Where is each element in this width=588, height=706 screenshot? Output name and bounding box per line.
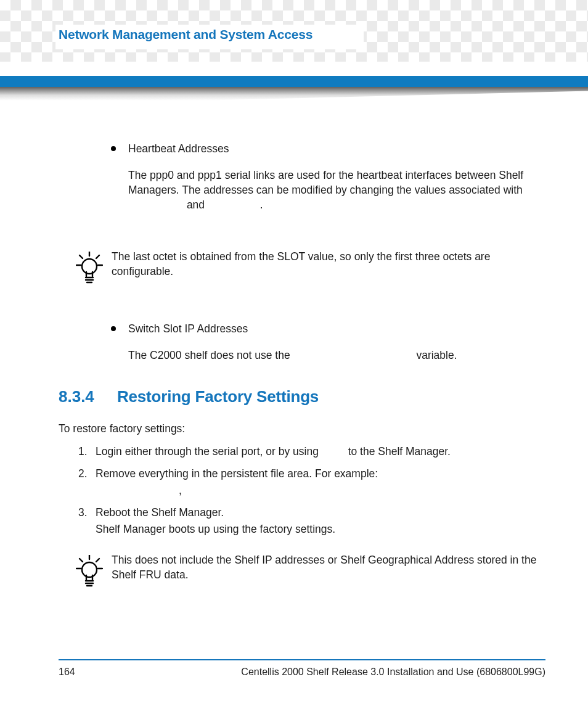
bullet-disc-icon: [111, 326, 116, 331]
lightbulb-icon: [76, 555, 103, 588]
step-2: Remove everything in the persistent file…: [78, 466, 545, 498]
bullet-switchslot-title: Switch Slot IP Addresses: [128, 322, 545, 337]
page-footer: 164 Centellis 2000 Shelf Release 3.0 Ins…: [59, 659, 545, 678]
bullet-heartbeat-para-main: The ppp0 and ppp1 serial links are used …: [128, 169, 523, 196]
svg-line-10: [80, 559, 83, 562]
step-3-text: Reboot the Shelf Manager.: [96, 506, 224, 519]
bullet-heartbeat-title: Heartbeat Addresses: [128, 142, 545, 157]
bullet-heartbeat-para: The ppp0 and ppp1 serial links are used …: [128, 168, 545, 212]
svg-line-2: [96, 255, 99, 258]
header-shadow: [0, 87, 588, 101]
chapter-title: Network Management and System Access: [59, 27, 312, 42]
section-number: 8.3.4: [59, 387, 117, 406]
step-2-example: ,: [96, 483, 545, 498]
svg-point-5: [82, 259, 97, 274]
step-1-text-a: Login either through the serial port, or…: [96, 445, 322, 458]
step-2-text: Remove everything in the persistent file…: [96, 467, 378, 480]
note-octet-text: The last octet is obtained from the SLOT…: [112, 249, 545, 279]
section-title: Restoring Factory Settings: [117, 387, 319, 406]
note-octet: The last octet is obtained from the SLOT…: [71, 249, 545, 285]
page-number: 164: [59, 667, 75, 678]
doc-title: Centellis 2000 Shelf Release 3.0 Install…: [241, 667, 545, 678]
bullet-heartbeat: Heartbeat Addresses The ppp0 and ppp1 se…: [111, 142, 545, 212]
bullet-switchslot: Switch Slot IP Addresses The C2000 shelf…: [111, 322, 545, 363]
bullet-switchslot-para-b: variable.: [416, 349, 457, 361]
restore-intro: To restore factory settings:: [59, 422, 545, 435]
step-3: Reboot the Shelf Manager. Shelf Manager …: [78, 505, 545, 536]
lightbulb-icon: [76, 252, 103, 285]
step-3-sub: Shelf Manager boots up using the factory…: [96, 522, 545, 537]
step-2-example-sep: ,: [179, 484, 182, 496]
header-blue-band: [0, 75, 588, 87]
bullet-disc-icon: [111, 146, 116, 151]
svg-point-14: [82, 562, 97, 577]
section-heading: 8.3.4 Restoring Factory Settings: [59, 387, 545, 406]
svg-line-1: [80, 255, 83, 258]
note-fru-text: This does not include the Shelf IP addre…: [112, 552, 545, 582]
svg-line-11: [96, 559, 99, 562]
bullet-switchslot-para-a: The C2000 shelf does not use the: [128, 349, 293, 361]
bullet-heartbeat-para-end: .: [260, 199, 263, 211]
bullet-switchslot-para: The C2000 shelf does not use the variabl…: [128, 348, 545, 363]
page-content: Heartbeat Addresses The ppp0 and ppp1 se…: [59, 142, 545, 625]
note-fru: This does not include the Shelf IP addre…: [71, 552, 545, 588]
steps-list: Login either through the serial port, or…: [78, 444, 545, 537]
bullet-heartbeat-para-join: and: [187, 199, 208, 211]
step-1: Login either through the serial port, or…: [78, 444, 545, 459]
step-1-text-b: to the Shelf Manager.: [348, 445, 451, 458]
